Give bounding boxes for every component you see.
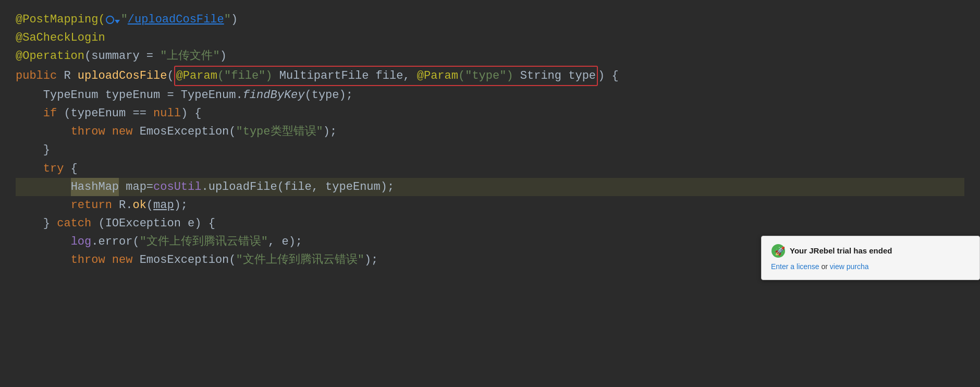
- code-line-6: if (typeEnum == null) {: [16, 104, 964, 123]
- plain-cond: (typeEnum ==: [57, 104, 153, 123]
- indent: [16, 104, 43, 123]
- jrebel-enter-license-link[interactable]: Enter a license: [771, 262, 819, 271]
- code-line-2: @SaCheckLogin: [16, 29, 964, 47]
- plain-paren: (: [167, 67, 174, 85]
- plain-exception1: EmosException(: [132, 123, 236, 141]
- keyword-new2: new: [112, 251, 133, 269]
- code-line-9: try {: [16, 160, 964, 178]
- indent: [16, 123, 71, 141]
- string-cloud-error2: "文件上传到腾讯云错误": [236, 251, 364, 269]
- code-line-1: @PostMapping("/uploadCosFile"): [16, 10, 964, 29]
- chevron-icon: [115, 20, 120, 23]
- string-summary: "上传文件": [160, 47, 219, 65]
- code-line-8: }: [16, 141, 964, 159]
- code-line-5: TypeEnum typeEnum = TypeEnum.findByKey(t…: [16, 86, 964, 104]
- plain-r-ok: R.: [112, 196, 133, 214]
- plain-end: (type);: [305, 86, 353, 104]
- jrebel-popup: 🚀 Your JRebel trial has ended Enter a li…: [761, 236, 980, 280]
- plain-multipart: MultipartFile file,: [273, 69, 417, 82]
- plain-map: map=: [119, 178, 153, 196]
- string-type: ("type"): [458, 69, 513, 82]
- string-close: ": [224, 10, 231, 29]
- code-line-12: } catch (IOException e) {: [16, 214, 964, 233]
- jrebel-title: Your JRebel trial has ended: [790, 245, 892, 257]
- annotation-sachecklogin: @SaCheckLogin: [16, 29, 105, 47]
- indent: [16, 160, 43, 178]
- var-map: map: [153, 196, 174, 214]
- string-cloud-error: "文件上传到腾讯云错误": [140, 233, 268, 251]
- plain-log-error: .error(: [91, 233, 139, 251]
- string-type-error: "type类型错误": [236, 123, 323, 141]
- code-line-4: public R uploadCosFile(@Param("file") Mu…: [16, 66, 964, 86]
- keyword-public: public: [16, 67, 57, 85]
- param-annotation-file: @Param: [176, 69, 217, 82]
- plain-catch-clause: (IOException e) {: [91, 214, 215, 233]
- indent: [16, 178, 71, 196]
- keyword-return: return: [71, 196, 112, 214]
- indent: TypeEnum typeEnum = TypeEnum.: [16, 86, 243, 104]
- plain-uploadfile: .uploadFile(file, typeEnum);: [201, 178, 394, 196]
- plain-text: ): [231, 10, 238, 29]
- keyword-catch: catch: [57, 214, 91, 233]
- plain-semi: );: [323, 123, 337, 141]
- plain-semi2: );: [364, 251, 378, 269]
- keyword-new: new: [112, 123, 133, 141]
- string-val: ": [121, 10, 128, 29]
- param-box: @Param("file") MultipartFile file, @Para…: [174, 66, 598, 86]
- cosutil-ref: cosUtil: [153, 178, 201, 196]
- keyword-if: if: [43, 104, 57, 123]
- hashmap-keyword: HashMap: [71, 178, 119, 196]
- plain-close: ): [220, 47, 227, 65]
- indent: [16, 196, 71, 214]
- globe-icon: [106, 16, 114, 24]
- var-log: log: [71, 233, 92, 251]
- plain-close-semi: );: [174, 196, 188, 214]
- plain-emos2: EmosException(: [132, 251, 236, 269]
- code-line-10: HashMap map=cosUtil.uploadFile(file, typ…: [16, 178, 964, 196]
- indent-close-brace: }: [16, 214, 57, 233]
- param-annotation-type: @Param: [417, 69, 458, 82]
- plain-brace: ) {: [181, 104, 202, 123]
- plain-comma-e: , e);: [268, 233, 302, 251]
- annotation: @PostMapping(: [16, 10, 105, 29]
- jrebel-popup-header: 🚀 Your JRebel trial has ended: [771, 244, 970, 258]
- jrebel-body: Enter a license or view purcha: [771, 261, 970, 272]
- jrebel-or-text: or: [822, 262, 830, 271]
- string-file: ("file"): [217, 69, 273, 82]
- indent-close: }: [16, 141, 50, 159]
- keyword-throw2: throw: [71, 251, 105, 269]
- plain: (summary =: [84, 47, 160, 65]
- keyword-throw: throw: [71, 123, 105, 141]
- keyword-null: null: [153, 104, 181, 123]
- keyword-try: try: [43, 160, 64, 178]
- plain-space2: [105, 251, 112, 269]
- plain-brace-try: {: [64, 160, 77, 178]
- plain-r: R: [57, 67, 78, 85]
- indent: [16, 251, 71, 269]
- plain-space: [105, 123, 112, 141]
- plain-close-paren: ) {: [598, 67, 619, 85]
- jrebel-view-purchase-link[interactable]: view purcha: [830, 262, 869, 271]
- annotation-operation: @Operation: [16, 47, 84, 65]
- method-ok: ok: [132, 196, 146, 214]
- jrebel-rocket-icon: 🚀: [771, 244, 786, 258]
- indent: [16, 233, 71, 251]
- method-name: uploadCosFile: [78, 67, 167, 85]
- plain-string-type: String type: [513, 69, 596, 82]
- code-line-7: throw new EmosException("type类型错误");: [16, 123, 964, 141]
- code-line-3: @Operation(summary = "上传文件"): [16, 47, 964, 65]
- svg-text:🚀: 🚀: [775, 246, 785, 256]
- code-editor: @PostMapping("/uploadCosFile") @SaCheckL…: [0, 0, 980, 280]
- code-line-11: return R.ok(map);: [16, 196, 964, 214]
- url-string: /uploadCosFile: [128, 10, 224, 29]
- plain-paren-map: (: [146, 196, 153, 214]
- method-italic: findByKey: [243, 86, 305, 104]
